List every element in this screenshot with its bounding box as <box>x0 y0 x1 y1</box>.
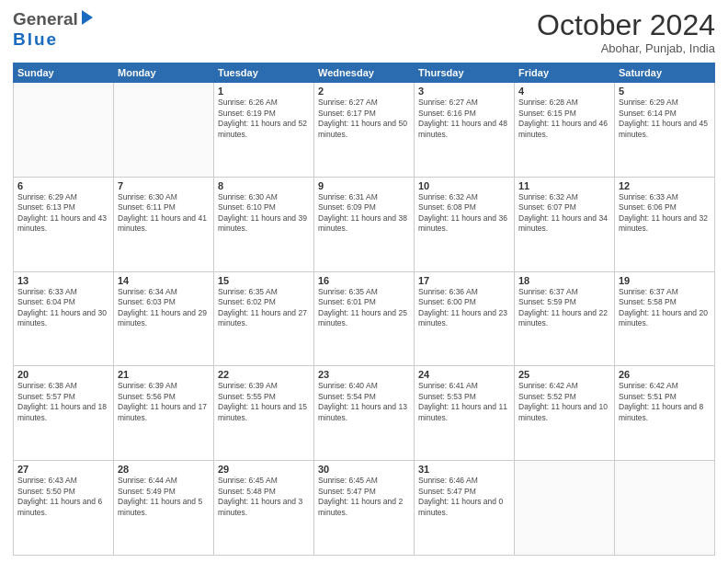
table-row: 5Sunrise: 6:29 AMSunset: 6:14 PMDaylight… <box>615 83 715 178</box>
daylight-text: Daylight: 11 hours and 30 minutes. <box>17 308 107 327</box>
sunrise-text: Sunrise: 6:33 AM <box>619 192 678 201</box>
daylight-text: Daylight: 11 hours and 36 minutes. <box>418 213 507 233</box>
daylight-text: Daylight: 11 hours and 22 minutes. <box>518 308 608 327</box>
sunset-text: Sunset: 6:11 PM <box>118 202 176 212</box>
title-area: October 2024 Abohar, Punjab, India <box>537 9 715 55</box>
sunrise-text: Sunrise: 6:43 AM <box>17 476 77 485</box>
day-number: 22 <box>218 369 310 380</box>
day-number: 2 <box>318 86 410 97</box>
day-number: 18 <box>518 275 610 286</box>
table-row: 10Sunrise: 6:32 AMSunset: 6:08 PMDayligh… <box>415 177 515 271</box>
sunset-text: Sunset: 6:15 PM <box>518 109 576 118</box>
sunrise-text: Sunrise: 6:41 AM <box>418 381 478 390</box>
day-number: 10 <box>418 180 510 191</box>
sunrise-text: Sunrise: 6:32 AM <box>418 192 478 201</box>
calendar-week-row: 20Sunrise: 6:38 AMSunset: 5:57 PMDayligh… <box>14 366 715 461</box>
sunrise-text: Sunrise: 6:27 AM <box>418 98 478 107</box>
daylight-text: Daylight: 11 hours and 52 minutes. <box>218 119 307 138</box>
day-info: Sunrise: 6:37 AMSunset: 5:59 PMDaylight:… <box>518 287 610 329</box>
daylight-text: Daylight: 11 hours and 23 minutes. <box>418 308 507 327</box>
day-number: 15 <box>218 275 310 286</box>
table-row: 29Sunrise: 6:45 AMSunset: 5:48 PMDayligh… <box>214 461 314 556</box>
svg-marker-0 <box>82 10 93 25</box>
sunset-text: Sunset: 5:47 PM <box>318 487 376 496</box>
day-number: 27 <box>17 464 109 475</box>
calendar-week-row: 1Sunrise: 6:26 AMSunset: 6:19 PMDaylight… <box>14 83 715 178</box>
table-row <box>615 461 715 556</box>
day-info: Sunrise: 6:27 AMSunset: 6:17 PMDaylight:… <box>318 98 410 140</box>
table-row: 23Sunrise: 6:40 AMSunset: 5:54 PMDayligh… <box>314 366 415 461</box>
sunset-text: Sunset: 5:56 PM <box>118 392 176 401</box>
day-info: Sunrise: 6:31 AMSunset: 6:09 PMDaylight:… <box>318 192 410 235</box>
sunset-text: Sunset: 5:47 PM <box>418 487 476 496</box>
table-row: 6Sunrise: 6:29 AMSunset: 6:13 PMDaylight… <box>14 177 114 271</box>
sunrise-text: Sunrise: 6:39 AM <box>118 381 177 390</box>
sunset-text: Sunset: 5:51 PM <box>619 392 677 401</box>
daylight-text: Daylight: 11 hours and 41 minutes. <box>118 213 207 233</box>
day-info: Sunrise: 6:26 AMSunset: 6:19 PMDaylight:… <box>218 98 310 140</box>
day-info: Sunrise: 6:29 AMSunset: 6:13 PMDaylight:… <box>17 192 109 235</box>
sunrise-text: Sunrise: 6:30 AM <box>218 192 278 201</box>
day-info: Sunrise: 6:38 AMSunset: 5:57 PMDaylight:… <box>17 381 109 423</box>
sunrise-text: Sunrise: 6:42 AM <box>619 381 678 390</box>
day-number: 25 <box>518 369 610 380</box>
day-info: Sunrise: 6:40 AMSunset: 5:54 PMDaylight:… <box>318 381 410 423</box>
day-info: Sunrise: 6:42 AMSunset: 5:51 PMDaylight:… <box>619 381 711 423</box>
sunset-text: Sunset: 6:17 PM <box>318 109 376 118</box>
table-row: 30Sunrise: 6:45 AMSunset: 5:47 PMDayligh… <box>314 461 415 556</box>
header: General Blue October 2024 Abohar, Punjab… <box>13 9 715 55</box>
day-info: Sunrise: 6:39 AMSunset: 5:55 PMDaylight:… <box>218 381 310 423</box>
day-number: 19 <box>619 275 711 286</box>
table-row: 24Sunrise: 6:41 AMSunset: 5:53 PMDayligh… <box>415 366 515 461</box>
sunset-text: Sunset: 5:54 PM <box>318 392 376 401</box>
daylight-text: Daylight: 11 hours and 48 minutes. <box>418 119 507 138</box>
calendar-week-row: 6Sunrise: 6:29 AMSunset: 6:13 PMDaylight… <box>14 177 715 271</box>
sunset-text: Sunset: 5:59 PM <box>518 297 576 306</box>
day-number: 13 <box>17 275 109 286</box>
sunrise-text: Sunrise: 6:33 AM <box>17 287 77 296</box>
daylight-text: Daylight: 11 hours and 15 minutes. <box>218 402 307 421</box>
day-number: 21 <box>118 369 210 380</box>
day-number: 11 <box>518 180 610 191</box>
sunrise-text: Sunrise: 6:29 AM <box>619 98 678 107</box>
day-info: Sunrise: 6:29 AMSunset: 6:14 PMDaylight:… <box>619 98 711 140</box>
table-row: 3Sunrise: 6:27 AMSunset: 6:16 PMDaylight… <box>415 83 515 178</box>
table-row: 18Sunrise: 6:37 AMSunset: 5:59 PMDayligh… <box>515 271 615 366</box>
col-sunday: Sunday <box>14 63 114 83</box>
sunset-text: Sunset: 5:48 PM <box>218 487 276 496</box>
daylight-text: Daylight: 11 hours and 10 minutes. <box>518 402 608 421</box>
daylight-text: Daylight: 11 hours and 45 minutes. <box>619 119 708 138</box>
daylight-text: Daylight: 11 hours and 6 minutes. <box>17 497 102 516</box>
sunrise-text: Sunrise: 6:45 AM <box>218 476 278 485</box>
day-number: 5 <box>619 86 711 97</box>
col-saturday: Saturday <box>615 63 715 83</box>
sunrise-text: Sunrise: 6:30 AM <box>118 192 177 201</box>
sunrise-text: Sunrise: 6:37 AM <box>518 287 578 296</box>
sunrise-text: Sunrise: 6:27 AM <box>318 98 378 107</box>
day-number: 30 <box>318 464 410 475</box>
day-number: 17 <box>418 275 510 286</box>
sunset-text: Sunset: 6:07 PM <box>518 202 576 212</box>
day-info: Sunrise: 6:28 AMSunset: 6:15 PMDaylight:… <box>518 98 610 140</box>
sunset-text: Sunset: 6:02 PM <box>218 297 276 306</box>
table-row: 8Sunrise: 6:30 AMSunset: 6:10 PMDaylight… <box>214 177 314 271</box>
daylight-text: Daylight: 11 hours and 29 minutes. <box>118 308 207 327</box>
daylight-text: Daylight: 11 hours and 13 minutes. <box>318 402 407 421</box>
day-info: Sunrise: 6:37 AMSunset: 5:58 PMDaylight:… <box>619 287 711 329</box>
day-number: 24 <box>418 369 510 380</box>
table-row: 13Sunrise: 6:33 AMSunset: 6:04 PMDayligh… <box>14 271 114 366</box>
daylight-text: Daylight: 11 hours and 34 minutes. <box>518 213 608 233</box>
table-row: 9Sunrise: 6:31 AMSunset: 6:09 PMDaylight… <box>314 177 415 271</box>
logo-blue-text: Blue <box>13 29 58 49</box>
day-number: 20 <box>17 369 109 380</box>
table-row <box>14 83 114 178</box>
table-row: 21Sunrise: 6:39 AMSunset: 5:56 PMDayligh… <box>114 366 214 461</box>
table-row: 16Sunrise: 6:35 AMSunset: 6:01 PMDayligh… <box>314 271 415 366</box>
table-row <box>114 83 214 178</box>
table-row: 2Sunrise: 6:27 AMSunset: 6:17 PMDaylight… <box>314 83 415 178</box>
daylight-text: Daylight: 11 hours and 18 minutes. <box>17 402 107 421</box>
day-info: Sunrise: 6:43 AMSunset: 5:50 PMDaylight:… <box>17 476 109 518</box>
table-row: 22Sunrise: 6:39 AMSunset: 5:55 PMDayligh… <box>214 366 314 461</box>
sunrise-text: Sunrise: 6:34 AM <box>118 287 177 296</box>
day-info: Sunrise: 6:33 AMSunset: 6:06 PMDaylight:… <box>619 192 711 235</box>
